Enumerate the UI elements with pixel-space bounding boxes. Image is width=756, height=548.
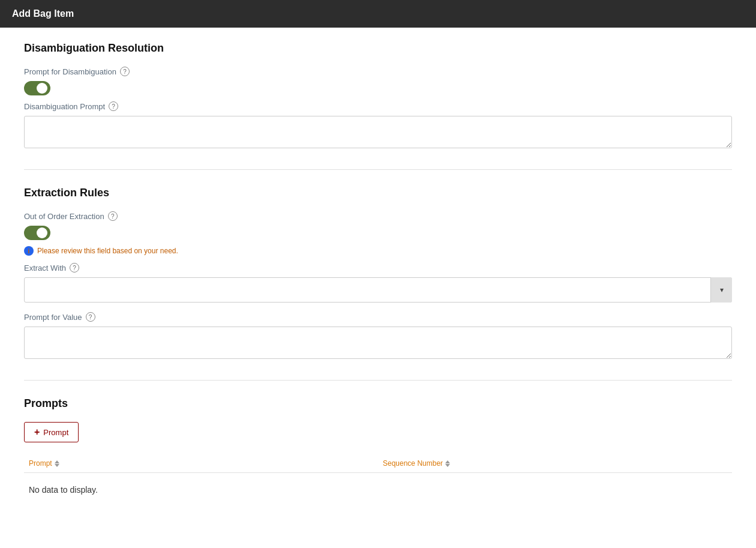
prompts-section-title: Prompts — [24, 397, 732, 410]
prompt-for-value-label: Prompt for Value — [24, 313, 82, 322]
out-of-order-toggle-wrapper — [24, 226, 732, 240]
disambiguation-section-title: Disambiguation Resolution — [24, 42, 732, 55]
info-icon: i — [24, 246, 34, 256]
disambiguation-prompt-label-row: Disambiguation Prompt ? — [24, 101, 732, 111]
extract-with-select-wrapper: Option 1 Option 2 ▾ — [24, 277, 732, 303]
extraction-section: Extraction Rules Out of Order Extraction… — [24, 187, 732, 361]
sequence-number-column-label: Sequence Number — [383, 459, 443, 468]
disambiguation-prompt-help-icon[interactable]: ? — [109, 101, 118, 111]
extract-with-label: Extract With — [24, 263, 66, 272]
main-content: Disambiguation Resolution Prompt for Dis… — [0, 28, 756, 540]
prompt-for-disambiguation-help-icon[interactable]: ? — [120, 67, 130, 76]
info-message-text: Please review this field based on your n… — [37, 247, 178, 255]
sort-down-arrow-seq — [445, 464, 450, 467]
prompt-for-disambiguation-label: Prompt for Disambiguation — [24, 67, 116, 76]
extract-with-label-row: Extract With ? — [24, 263, 732, 272]
sort-down-arrow — [55, 464, 59, 467]
section-divider-1 — [24, 169, 732, 170]
sort-up-arrow — [55, 460, 59, 463]
toggle-slider-disambiguation — [24, 81, 50, 95]
sequence-number-column-header: Sequence Number — [378, 459, 732, 468]
prompt-for-disambiguation-toggle-wrapper — [24, 81, 732, 95]
page-header: Add Bag Item — [0, 0, 756, 28]
extract-with-help-icon[interactable]: ? — [70, 263, 79, 272]
prompt-column-header: Prompt — [24, 459, 378, 468]
prompt-sort-icon[interactable] — [55, 460, 59, 467]
prompt-column-label: Prompt — [29, 459, 52, 468]
sequence-sort-icon[interactable] — [445, 460, 450, 467]
prompt-for-disambiguation-toggle[interactable] — [24, 81, 50, 95]
toggle-slider-out-of-order — [24, 226, 50, 240]
prompt-for-disambiguation-label-row: Prompt for Disambiguation ? — [24, 67, 732, 76]
disambiguation-section: Disambiguation Resolution Prompt for Dis… — [24, 42, 732, 150]
add-prompt-button-label: Prompt — [43, 428, 68, 437]
extract-with-select[interactable]: Option 1 Option 2 — [24, 277, 732, 303]
sort-up-arrow-seq — [445, 460, 450, 463]
no-data-message: No data to display. — [24, 473, 732, 507]
info-message-row: i Please review this field based on your… — [24, 246, 732, 256]
out-of-order-label: Out of Order Extraction — [24, 212, 104, 221]
add-prompt-button[interactable]: + Prompt — [24, 422, 79, 442]
prompts-section: Prompts + Prompt Prompt Sequence Number — [24, 397, 732, 507]
prompt-for-value-label-row: Prompt for Value ? — [24, 312, 732, 322]
out-of-order-help-icon[interactable]: ? — [108, 211, 118, 221]
out-of-order-toggle[interactable] — [24, 226, 50, 240]
extraction-section-title: Extraction Rules — [24, 187, 732, 199]
out-of-order-label-row: Out of Order Extraction ? — [24, 211, 732, 221]
section-divider-2 — [24, 380, 732, 381]
prompts-table-header: Prompt Sequence Number — [24, 454, 732, 473]
disambiguation-prompt-label: Disambiguation Prompt — [24, 102, 105, 111]
page-title: Add Bag Item — [12, 8, 74, 19]
prompt-for-value-textarea[interactable] — [24, 327, 732, 359]
prompt-for-value-help-icon[interactable]: ? — [86, 312, 95, 322]
plus-icon: + — [34, 427, 40, 437]
disambiguation-prompt-textarea[interactable] — [24, 116, 732, 148]
